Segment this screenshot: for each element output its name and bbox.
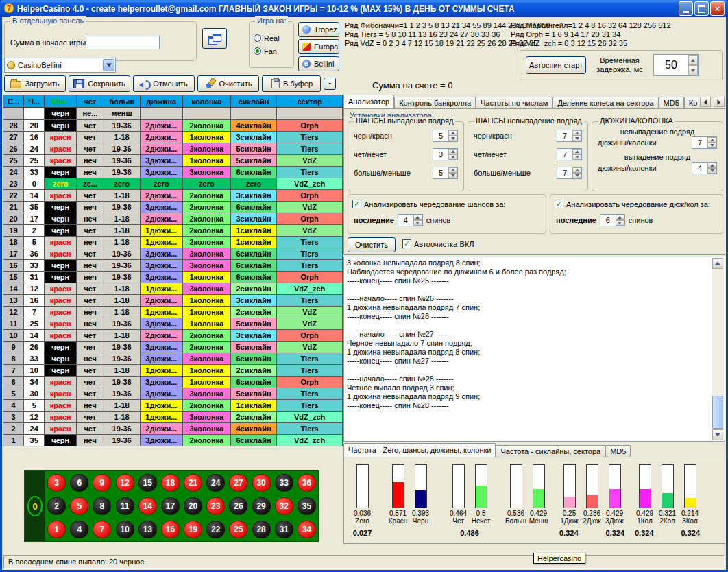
radio-option-fan[interactable]: Fan — [254, 45, 289, 58]
alt-chances-checkbox[interactable]: ✓ — [352, 200, 361, 208]
board-number-7[interactable]: 7 — [93, 521, 111, 538]
absent-0-spinner-value[interactable]: 7 — [557, 130, 572, 141]
log-scrollbar[interactable] — [712, 258, 724, 440]
appear-2-spinner[interactable]: 5 — [433, 167, 458, 179]
column-header-spin[interactable]: С... — [3, 95, 24, 108]
board-number-3[interactable]: 3 — [47, 474, 66, 492]
delay-value[interactable]: 50 — [654, 55, 688, 75]
spin-row-3[interactable]: 312краснчет1-181дюжи...3колонка2сиклайнV… — [3, 412, 343, 423]
board-number-9[interactable]: 9 — [93, 474, 111, 492]
spin-row-18[interactable]: 185красннеч1-181дюжи...2колонка1сиклайнT… — [3, 237, 343, 248]
dozen-absent-spinner-up[interactable] — [707, 137, 716, 143]
board-number-31[interactable]: 31 — [275, 521, 293, 538]
load-button[interactable]: Загрузить — [4, 75, 66, 92]
autoclear-checkbox[interactable]: ✓ — [402, 239, 411, 248]
spin-row-20[interactable]: 2017черннеч1-182дюжи...2колонка3сиклайнO… — [3, 213, 343, 225]
tab-scroll-left[interactable] — [700, 97, 711, 107]
casino-button-tropez[interactable]: Tropez — [298, 22, 339, 37]
board-number-19[interactable]: 19 — [184, 521, 202, 538]
spin-row-14[interactable]: 1412краснчет1-181дюжи...3колонка2сиклайн… — [3, 283, 343, 295]
spin-row-12[interactable]: 127красннеч1-181дюжи...1колонка2сиклайнV… — [3, 307, 343, 318]
absent-0-spinner-down[interactable] — [572, 136, 581, 141]
absent-2-spinner-value[interactable]: 7 — [557, 167, 572, 178]
clear-button[interactable]: Очистить — [197, 75, 259, 92]
column-header-number[interactable]: Ч... — [24, 95, 45, 108]
tab-Анализатор[interactable]: Анализатор — [343, 95, 394, 108]
absent-1-spinner-up[interactable] — [572, 149, 581, 154]
absent-0-spinner[interactable]: 7 — [557, 130, 582, 142]
column-header-line[interactable]: сиклайн — [230, 95, 277, 108]
tab-MD5[interactable]: MD5 — [659, 97, 684, 108]
alt-dozens-spinner-value[interactable]: 6 — [600, 215, 616, 226]
board-number-4[interactable]: 4 — [70, 521, 88, 538]
board-zero[interactable]: 0 — [27, 496, 43, 516]
column-header-column[interactable]: колонка — [183, 95, 231, 108]
maximize-button[interactable] — [694, 1, 709, 16]
spin-row-10[interactable]: 1014краснчет1-182дюжи...2колонка3сиклайн… — [3, 330, 343, 342]
collapse-button[interactable]: - — [324, 78, 336, 90]
tab-scroll-right[interactable] — [714, 97, 725, 107]
board-number-18[interactable]: 18 — [161, 474, 180, 492]
board-number-11[interactable]: 11 — [116, 497, 134, 515]
radio-real[interactable] — [254, 34, 261, 42]
spin-row-7[interactable]: 710чернчет1-181дюжи...1колонка2сиклайнTi… — [3, 365, 343, 377]
column-header-range[interactable]: больш — [104, 95, 140, 108]
board-number-34[interactable]: 34 — [298, 521, 316, 538]
dozen-absent-spinner-value[interactable]: 7 — [692, 137, 707, 148]
board-number-28[interactable]: 28 — [252, 521, 271, 538]
alt-dozens-spinner-up[interactable] — [616, 215, 624, 220]
spin-row-15[interactable]: 1531черннеч19-363дюжи...1колонка6сиклайн… — [3, 272, 343, 283]
alt-dozens-checkbox[interactable]: ✓ — [555, 200, 563, 208]
column-header-sector[interactable]: сектор — [277, 95, 343, 108]
board-number-1[interactable]: 1 — [47, 521, 66, 538]
spin-row-1[interactable]: 135черннеч19-363дюжи...2колонка6сиклайнV… — [3, 435, 343, 446]
board-number-23[interactable]: 23 — [206, 497, 225, 515]
board-number-16[interactable]: 16 — [161, 521, 180, 538]
spin-row-2[interactable]: 224краснчет19-362дюжи...3колонка4сиклайн… — [3, 423, 343, 435]
alt-chances-spinner-up[interactable] — [413, 215, 422, 220]
spin-row-5[interactable]: 530краснчет19-363дюжи...3колонка5сиклайн… — [3, 388, 343, 400]
appear-2-spinner-value[interactable]: 5 — [433, 167, 448, 178]
absent-2-spinner-up[interactable] — [572, 167, 581, 173]
log-output[interactable]: 3 колонка невыпадала подряд 8 спин; Набл… — [343, 257, 725, 442]
clear-log-button[interactable]: Очистить — [348, 237, 396, 252]
spin-row-4[interactable]: 45красннеч1-181дюжи...2колонка1сиклайнTi… — [3, 400, 343, 412]
spin-row-25[interactable]: 2525красннеч19-363дюжи...1колонка5сиклай… — [3, 155, 343, 167]
freq-tab-MD5[interactable]: MD5 — [605, 445, 631, 457]
close-button[interactable]: × — [710, 1, 725, 16]
board-number-25[interactable]: 25 — [229, 521, 247, 538]
spin-row-11[interactable]: 1125красннеч19-363дюжи...1колонка5сиклай… — [3, 318, 343, 330]
spin-row-13[interactable]: 1316краснчет1-182дюжи...1колонка3сиклайн… — [3, 295, 343, 307]
combo-dropdown-arrow[interactable] — [103, 59, 114, 71]
absent-0-spinner-up[interactable] — [572, 130, 581, 136]
board-number-6[interactable]: 6 — [70, 474, 88, 492]
board-number-26[interactable]: 26 — [229, 497, 247, 515]
spin-row-27[interactable]: 2716краснчет1-182дюжи...1колонка3сиклайн… — [3, 132, 343, 143]
board-number-21[interactable]: 21 — [184, 474, 202, 492]
absent-1-spinner-value[interactable]: 7 — [557, 149, 572, 160]
spin-row-23[interactable]: 230zeroze...zerozerozerozeroVdZ_zch — [3, 178, 343, 190]
board-number-36[interactable]: 36 — [298, 474, 316, 492]
buffer-button[interactable]: В буфер — [262, 75, 321, 92]
board-number-2[interactable]: 2 — [47, 497, 66, 515]
spin-row-8[interactable]: 833черннеч19-363дюжи...3колонка6сиклайнT… — [3, 353, 343, 365]
spin-row-9[interactable]: 926чернчет19-363дюжи...2колонка5сиклайнV… — [3, 342, 343, 353]
board-number-5[interactable]: 5 — [70, 497, 88, 515]
tab-Деление колеса на сектора[interactable]: Деление колеса на сектора — [553, 97, 658, 108]
delay-spin-up[interactable] — [688, 55, 698, 65]
appear-2-spinner-down[interactable] — [448, 173, 457, 178]
dozen-absent-spinner[interactable]: 7 — [692, 136, 717, 149]
spin-row-17[interactable]: 1736краснчет19-363дюжи...3колонка6сиклай… — [3, 248, 343, 260]
dozen-appear-spinner[interactable]: 4 — [692, 162, 717, 174]
absent-2-spinner[interactable]: 7 — [557, 167, 582, 179]
spin-row-22[interactable]: 2214краснчет1-182дюжи...2колонка3сиклайн… — [3, 190, 343, 202]
board-number-10[interactable]: 10 — [116, 521, 134, 538]
spin-row-19[interactable]: 192чернчет1-181дюжи...2колонка1сиклайнVd… — [3, 225, 343, 237]
spin-row-24[interactable]: 2433черннеч19-363дюжи...3колонка6сиклайн… — [3, 167, 343, 178]
appear-0-spinner-up[interactable] — [448, 130, 457, 136]
alt-dozens-spinner[interactable]: 6 — [600, 214, 625, 226]
column-header-parity[interactable]: чет — [77, 95, 104, 108]
absent-1-spinner-down[interactable] — [572, 154, 581, 160]
appear-1-spinner-up[interactable] — [448, 149, 457, 154]
partial-row[interactable]: чернне...менш — [3, 108, 343, 120]
